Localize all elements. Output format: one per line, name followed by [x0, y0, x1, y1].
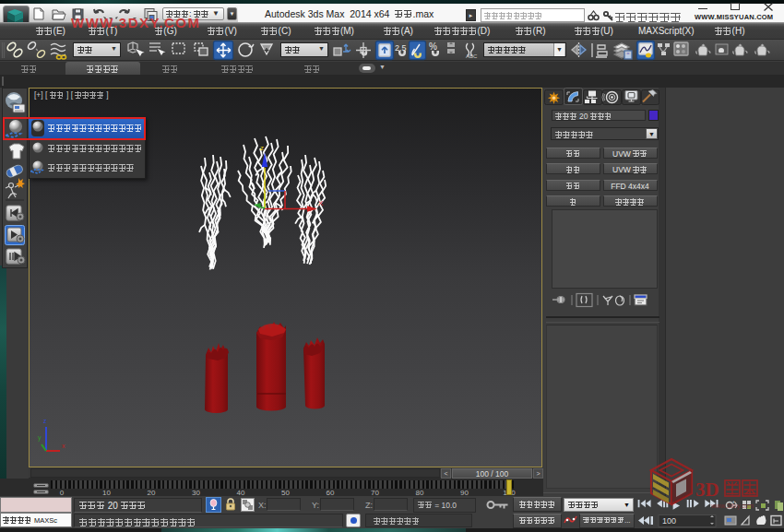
svg-text:100: 100 [662, 516, 676, 526]
svg-text:y: y [38, 434, 42, 442]
svg-text:3D: 3D [695, 479, 719, 501]
svg-text:z: z [260, 144, 264, 152]
svg-text:x: x [62, 443, 65, 449]
svg-text:%: % [429, 41, 437, 52]
svg-text:www.3dxy.com: www.3dxy.com [710, 502, 754, 510]
svg-text:z: z [43, 418, 47, 424]
svg-text:X: X [318, 199, 324, 207]
svg-text:ABC: ABC [466, 53, 478, 59]
